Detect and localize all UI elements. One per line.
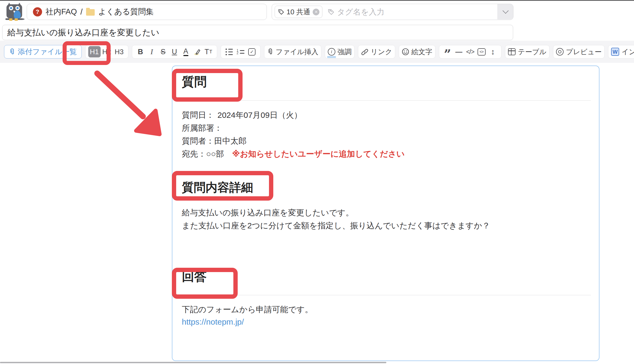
info-circle-icon: i — [328, 48, 335, 56]
window-top-edge — [0, 0, 634, 1]
code-block-button[interactable]: <> — [476, 46, 487, 57]
h1-button[interactable]: H1 — [88, 46, 101, 57]
block-group: ” — </> <> ↕ — [439, 45, 502, 59]
font-color-label: A — [183, 47, 188, 56]
annotation-arrow — [89, 65, 178, 146]
tag-dropdown-toggle[interactable] — [497, 4, 513, 19]
smiley-icon — [402, 48, 409, 56]
notepm-owl-logo[interactable] — [4, 2, 25, 22]
horizontal-rule-button[interactable]: — — [453, 46, 465, 57]
emphasis-button[interactable]: i 強調 — [325, 45, 355, 59]
highlighter-button[interactable] — [192, 46, 203, 57]
department-label: 所属部署： — [182, 123, 222, 132]
preview-icon — [556, 48, 564, 56]
num1: 1 — [237, 50, 238, 51]
import-label: インポート — [622, 47, 634, 57]
link-icon — [361, 48, 369, 56]
text-style-label-small: T — [209, 49, 212, 55]
heading-group: H1 H2 H3 — [85, 45, 128, 59]
folder-icon — [86, 9, 95, 16]
meta-asker-line: 質問者：田中太郎 — [182, 135, 591, 147]
tag-input-box: 10 共通 × — [272, 4, 513, 20]
preview-label: プレビュー — [566, 47, 602, 57]
underline-button[interactable]: U — [169, 46, 180, 57]
h3-button[interactable]: H3 — [113, 46, 125, 57]
tag-chip[interactable]: 10 共通 × — [275, 6, 322, 18]
emoji-label: 絵文字 — [411, 47, 432, 57]
detail-heading: 質問内容詳細 — [182, 179, 591, 195]
bullet-list-button[interactable] — [224, 46, 235, 57]
tag-chip-label: 10 共通 — [287, 7, 310, 17]
file-insert-button[interactable]: ファイル挿入 — [264, 45, 321, 59]
date-label: 質問日： — [182, 111, 214, 119]
attachment-list-label: 添付ファイル一覧 — [18, 47, 77, 57]
text-style-button[interactable]: T T — [203, 46, 214, 57]
chevron-down-icon — [502, 8, 509, 14]
font-color-button[interactable]: A — [180, 46, 192, 57]
answer-paragraph: 下記のフォームから申請可能です。 https://notepm.jp/ — [182, 303, 591, 328]
breadcrumb: ? 社内FAQ / よくある質問集 — [27, 4, 267, 20]
tag-name-input[interactable] — [337, 8, 513, 16]
bottom-panel-edge — [0, 362, 386, 363]
table-button[interactable]: テーブル — [505, 45, 550, 59]
italic-button[interactable]: I — [146, 46, 158, 57]
list-group: 1 2 ✓ — [221, 45, 261, 59]
h2-button[interactable]: H2 — [101, 46, 113, 57]
editor-content-area[interactable]: 質問 質問日：2024年07月09日（火） 所属部署： 質問者：田中太郎 宛先：… — [172, 66, 599, 361]
attachment-list-button[interactable]: 添付ファイル一覧 — [4, 45, 82, 59]
table-label: テーブル — [518, 47, 547, 57]
answer-heading: 回答 — [182, 268, 591, 295]
table-icon — [508, 48, 516, 55]
meta-recipient-line: 宛先：○○部※お知らせしたいユーザーに追加してください — [182, 147, 591, 160]
meta-date-line: 質問日：2024年07月09日（火） — [182, 109, 591, 122]
numbered-list-icon: 1 2 — [237, 50, 244, 54]
bold-button[interactable]: B — [135, 46, 146, 57]
detail-line-1: 給与支払いの振り込み口座を変更したいです。 — [182, 206, 591, 219]
bullet-list-icon — [226, 49, 233, 55]
editor-toolbar: 添付ファイル一覧 H1 H2 H3 B I S U A T — [0, 41, 634, 63]
asker-value: 田中太郎 — [214, 136, 247, 145]
code-block-icon: <> — [478, 48, 486, 56]
tag-icon — [278, 9, 284, 15]
line-spacing-button[interactable]: ↕ — [487, 46, 499, 57]
preview-button[interactable]: プレビュー — [553, 45, 605, 59]
answer-link[interactable]: https://notepm.jp/ — [182, 317, 244, 326]
answer-text: 下記のフォームから申請可能です。 — [182, 303, 591, 316]
page-title-input[interactable] — [2, 25, 513, 40]
word-import-icon: W — [611, 48, 619, 56]
emoji-button[interactable]: 絵文字 — [399, 45, 435, 59]
link-button[interactable]: リンク — [358, 45, 395, 59]
notepm-editor-page: ? 社内FAQ / よくある質問集 10 共通 × — [0, 0, 634, 364]
breadcrumb-separator: / — [80, 8, 83, 16]
highlighter-pen-icon — [193, 48, 201, 56]
detail-line-2: また支払い口座を2つに分けて金額を指定し、振り込んでいただく事はできますか？ — [182, 219, 591, 232]
meta-department-line: 所属部署： — [182, 122, 591, 135]
checklist-button[interactable]: ✓ — [246, 46, 258, 57]
paperclip-icon — [9, 48, 15, 55]
tag-remove-icon[interactable]: × — [313, 9, 319, 15]
breadcrumb-folder[interactable]: よくある質問集 — [98, 6, 154, 17]
file-insert-label: ファイル挿入 — [276, 47, 318, 57]
tag-entry — [328, 8, 513, 16]
paperclip-icon — [267, 48, 274, 55]
detail-paragraph: 給与支払いの振り込み口座を変更したいです。 また支払い口座を2つに分けて金額を指… — [182, 206, 591, 232]
date-value: 2024年07月09日（火） — [217, 111, 302, 119]
recipient-note: ※お知らせしたいユーザーに追加してください — [232, 149, 405, 158]
blockquote-button[interactable]: ” — [442, 46, 453, 57]
recipient-label: 宛先：○○部 — [182, 149, 224, 158]
text-style-label-big: T — [204, 48, 209, 56]
numbered-list-button[interactable]: 1 2 — [235, 46, 246, 57]
strikethrough-button[interactable]: S — [158, 46, 169, 57]
breadcrumb-note[interactable]: 社内FAQ — [46, 6, 77, 17]
info-highlight: i — [328, 48, 335, 56]
asker-label: 質問者： — [182, 136, 214, 145]
tag-outline-icon — [328, 9, 334, 15]
inline-code-button[interactable]: </> — [465, 46, 476, 57]
num2: 2 — [237, 53, 238, 54]
question-meta: 質問日：2024年07月09日（火） 所属部署： 質問者：田中太郎 宛先：○○部… — [182, 109, 591, 160]
question-heading: 質問 — [182, 73, 591, 101]
emphasis-label: 強調 — [338, 47, 352, 57]
link-label: リンク — [371, 47, 392, 57]
import-button[interactable]: W インポート — [608, 45, 634, 59]
checkbox-icon: ✓ — [248, 48, 255, 56]
